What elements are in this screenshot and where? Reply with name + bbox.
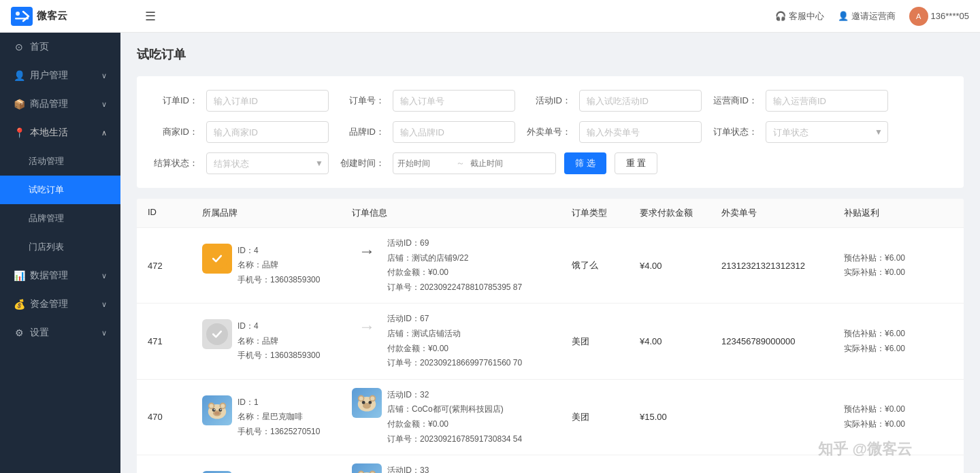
sidebar-item-user-mgmt[interactable]: 👤 用户管理 ∨ bbox=[0, 61, 120, 90]
settlement-status-select[interactable]: 结算状态 bbox=[206, 152, 329, 174]
cell-order-471: → 活动ID：67 店铺：测试店铺活动 付款金额：¥0.00 订单号：20230… bbox=[352, 312, 572, 370]
operator-id-input[interactable] bbox=[766, 90, 888, 112]
sidebar-label-fund-mgmt: 资金管理 bbox=[30, 298, 68, 310]
order-info-472: 活动ID：69 店铺：测试的店铺9/22 付款金额：¥0.00 订单号：2023… bbox=[387, 236, 522, 295]
filter-row-3: 结算状态： 结算状态 ▼ 创建时间： ～ 筛 选 重 置 bbox=[150, 152, 950, 174]
sidebar-item-home[interactable]: ⊙ 首页 bbox=[0, 33, 120, 61]
svg-point-18 bbox=[370, 396, 374, 400]
order-no-input[interactable] bbox=[393, 90, 515, 112]
customer-service[interactable]: 🎧 客服中心 bbox=[775, 10, 824, 22]
filter-card: 订单ID： 订单号： 活动ID： 运营商ID： 商家ID： 品牌ID： 外卖单号… bbox=[137, 76, 964, 188]
brand-id-input[interactable] bbox=[393, 121, 515, 143]
headset-icon: 🎧 bbox=[775, 11, 786, 21]
sidebar-item-local-life[interactable]: 📍 本地生活 ∧ bbox=[0, 118, 120, 147]
chevron-down-icon-5: ∨ bbox=[101, 329, 107, 338]
main-content: 试吃订单 订单ID： 订单号： 活动ID： 运营商ID： 商家ID： 品牌ID：… bbox=[120, 33, 980, 473]
brand-avatar-470 bbox=[202, 395, 232, 425]
svg-point-13 bbox=[214, 411, 219, 414]
cell-order-472: → 活动ID：69 店铺：测试的店铺9/22 付款金额：¥0.00 订单号：20… bbox=[352, 236, 572, 295]
chevron-down-icon-3: ∨ bbox=[101, 272, 107, 280]
sidebar-item-product-mgmt[interactable]: 📦 商品管理 ∨ bbox=[0, 90, 120, 118]
sidebar-item-settings[interactable]: ⚙ 设置 ∨ bbox=[0, 319, 120, 347]
cell-takeout-472: 21312321321312312 bbox=[721, 261, 844, 271]
cell-id-472: 472 bbox=[148, 261, 202, 271]
col-order-type: 订单类型 bbox=[572, 207, 640, 219]
merchant-id-label: 商家ID： bbox=[150, 126, 198, 138]
sidebar-label-brand-mgmt: 品牌管理 bbox=[29, 212, 64, 225]
svg-point-7 bbox=[220, 404, 225, 408]
cell-amount-471: ¥4.00 bbox=[640, 336, 721, 346]
cell-amount-470: ¥15.00 bbox=[640, 412, 721, 422]
date-range-picker[interactable]: ～ bbox=[393, 152, 556, 174]
order-status-select[interactable]: 订单状态 bbox=[766, 121, 888, 143]
cell-order-470: 活动ID：32 店铺：CoCo都可(紫荆科技园店) 付款金额：¥0.00 订单号… bbox=[352, 388, 572, 446]
table-header: ID 所属品牌 订单信息 订单类型 要求付款金额 外卖单号 补贴返利 bbox=[137, 199, 964, 228]
table-row: 472 ID：4 名称：品牌 手机号：13603859300 bbox=[137, 228, 964, 304]
sidebar-item-activity-mgmt[interactable]: 活动管理 bbox=[0, 147, 120, 176]
local-life-icon: 📍 bbox=[14, 127, 24, 138]
logo: 微客云 bbox=[11, 7, 131, 26]
takeout-no-label: 外卖单号： bbox=[523, 126, 571, 138]
layout: ⊙ 首页 👤 用户管理 ∨ 📦 商品管理 ∨ 📍 本地生活 ∧ 活动管理 试吃订… bbox=[0, 33, 980, 473]
sidebar-label-product-mgmt: 商品管理 bbox=[30, 98, 68, 110]
activity-id-label: 活动ID： bbox=[523, 95, 571, 107]
menu-icon[interactable]: ☰ bbox=[145, 9, 156, 24]
chevron-up-icon: ∧ bbox=[101, 129, 107, 137]
cell-takeout-471: 123456789000000 bbox=[721, 336, 844, 346]
settlement-status-select-wrapper: 结算状态 ▼ bbox=[206, 152, 329, 174]
svg-point-1 bbox=[16, 12, 20, 16]
date-start-input[interactable] bbox=[393, 159, 455, 168]
sidebar-item-brand-mgmt[interactable]: 品牌管理 bbox=[0, 204, 120, 233]
svg-point-17 bbox=[359, 396, 363, 400]
brand-avatar-471 bbox=[202, 319, 232, 349]
sidebar-label-tasting-orders: 试吃订单 bbox=[29, 184, 64, 196]
store-image-icon-469 bbox=[352, 463, 382, 473]
page-title: 试吃订单 bbox=[137, 46, 964, 63]
brand-info-472: ID：4 名称：品牌 手机号：13603859300 bbox=[238, 244, 320, 288]
sidebar-item-fund-mgmt[interactable]: 💰 资金管理 ∨ bbox=[0, 290, 120, 319]
col-brand: 所属品牌 bbox=[202, 207, 352, 219]
table-row: 470 bbox=[137, 380, 964, 455]
order-info-469: 活动ID：33 店铺：麦当劳&麦咖啡(南京雨花世茂店) 付款金额：¥0.00 订… bbox=[387, 463, 529, 473]
cell-order-type-472: 饿了么 bbox=[572, 259, 640, 272]
order-status-select-wrapper: 订单状态 ▼ bbox=[766, 121, 888, 143]
sidebar-item-data-mgmt[interactable]: 📊 数据管理 ∨ bbox=[0, 261, 120, 290]
invite-operator[interactable]: 👤 邀请运营商 bbox=[838, 10, 896, 22]
sidebar-item-tasting-orders[interactable]: 试吃订单 bbox=[0, 176, 120, 204]
order-info-470: 活动ID：32 店铺：CoCo都可(紫荆科技园店) 付款金额：¥0.00 订单号… bbox=[387, 388, 522, 446]
svg-point-20 bbox=[362, 401, 365, 404]
user-icon: 👤 bbox=[14, 70, 24, 81]
date-end-input[interactable] bbox=[466, 159, 527, 168]
sidebar-item-store-list[interactable]: 门店列表 bbox=[0, 233, 120, 261]
avatar: A bbox=[909, 7, 928, 26]
settings-icon: ⚙ bbox=[14, 327, 24, 338]
order-info-471: 活动ID：67 店铺：测试店铺活动 付款金额：¥0.00 订单号：2023092… bbox=[387, 312, 522, 370]
order-arrow-471: → bbox=[352, 312, 382, 342]
cell-subsidy-470: 预估补贴：¥0.00 实际补贴：¥0.00 bbox=[844, 402, 953, 431]
cell-id-470: 470 bbox=[148, 412, 202, 422]
brand-id-label: 品牌ID： bbox=[337, 126, 385, 138]
activity-id-input[interactable] bbox=[579, 90, 702, 112]
merchant-id-input[interactable] bbox=[206, 121, 329, 143]
sidebar-label-activity-mgmt: 活动管理 bbox=[29, 155, 64, 167]
sidebar-label-home: 首页 bbox=[30, 41, 49, 53]
reset-button[interactable]: 重 置 bbox=[615, 152, 658, 174]
takeout-no-input[interactable] bbox=[579, 121, 702, 143]
filter-button[interactable]: 筛 选 bbox=[564, 152, 606, 174]
cell-order-469: 活动ID：33 店铺：麦当劳&麦咖啡(南京雨花世茂店) 付款金额：¥0.00 订… bbox=[352, 463, 572, 473]
brand-avatar-472 bbox=[202, 244, 232, 274]
cell-id-471: 471 bbox=[148, 336, 202, 346]
col-required-amount: 要求付款金额 bbox=[640, 207, 721, 219]
sidebar-label-user-mgmt: 用户管理 bbox=[30, 69, 68, 82]
sidebar-label-store-list: 门店列表 bbox=[29, 241, 64, 253]
brand-info-471: ID：4 名称：品牌 手机号：13603859300 bbox=[238, 319, 320, 363]
filter-row-1: 订单ID： 订单号： 活动ID： 运营商ID： bbox=[150, 90, 950, 112]
order-id-input[interactable] bbox=[206, 90, 329, 112]
operator-id-label: 运营商ID： bbox=[710, 95, 757, 107]
header-left: 微客云 ☰ bbox=[11, 7, 156, 26]
fund-icon: 💰 bbox=[14, 299, 24, 310]
user-profile[interactable]: A 136****05 bbox=[909, 7, 969, 26]
settlement-status-label: 结算状态： bbox=[150, 157, 198, 169]
filter-row-2: 商家ID： 品牌ID： 外卖单号： 订单状态： 订单状态 ▼ bbox=[150, 121, 950, 143]
chevron-down-icon: ∨ bbox=[101, 71, 107, 80]
